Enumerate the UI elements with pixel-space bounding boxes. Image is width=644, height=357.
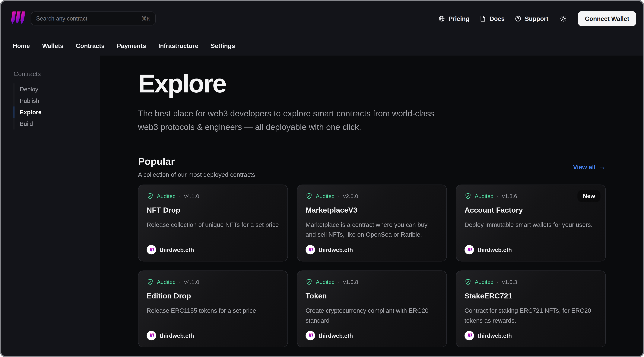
card-audit-row: Audited · v4.1.0 bbox=[146, 278, 279, 286]
header-actions: Pricing Docs bbox=[438, 1, 636, 36]
contract-card[interactable]: Audited · v4.1.0 NFT Drop Release collec… bbox=[138, 185, 288, 261]
sidebar-list: Deploy Publish Explore Build bbox=[14, 83, 100, 129]
theme-toggle-sun-icon[interactable] bbox=[558, 14, 568, 23]
card-audit-row: Audited · v2.0.0 bbox=[306, 192, 438, 200]
contract-search: ⌘K bbox=[31, 12, 156, 26]
publisher-link[interactable]: thirdweb.eth bbox=[306, 331, 353, 340]
pricing-label: Pricing bbox=[448, 15, 470, 22]
new-badge: New bbox=[578, 190, 600, 202]
contract-description: Marketplace is a contract where you can … bbox=[306, 220, 438, 239]
contract-description: Deploy immutable smart wallets for your … bbox=[464, 220, 597, 229]
page-description: The best place for web3 developers to ex… bbox=[138, 107, 455, 134]
thirdweb-logo-icon bbox=[146, 245, 156, 254]
search-input[interactable] bbox=[36, 15, 138, 22]
publisher-link[interactable]: thirdweb.eth bbox=[464, 245, 512, 254]
help-circle-icon bbox=[514, 15, 522, 22]
docs-link[interactable]: Docs bbox=[480, 15, 505, 22]
card-audit-row: Audited · v1.3.6 bbox=[464, 192, 597, 200]
meta-separator: · bbox=[497, 193, 499, 199]
shield-check-icon bbox=[146, 278, 154, 286]
screenshot-stage: ⌘K Pricing bbox=[0, 0, 644, 357]
nav-item-home[interactable]: Home bbox=[13, 42, 30, 49]
contract-card[interactable]: Audited · v1.0.3 StakeERC721 Contract fo… bbox=[456, 270, 606, 347]
sidebar: Contracts Deploy Publish Explore Build bbox=[1, 56, 100, 356]
document-icon bbox=[480, 15, 486, 22]
shield-check-icon bbox=[306, 278, 312, 286]
publisher-name: thirdweb.eth bbox=[478, 332, 512, 339]
contract-version: v2.0.0 bbox=[343, 193, 358, 199]
audited-label: Audited bbox=[157, 279, 176, 285]
publisher-name: thirdweb.eth bbox=[319, 246, 353, 253]
popular-subtitle: A collection of our most deployed contra… bbox=[138, 171, 257, 178]
contract-card[interactable]: Audited · v4.1.0 Edition Drop Release ER… bbox=[138, 270, 288, 347]
docs-label: Docs bbox=[490, 15, 504, 22]
meta-separator: · bbox=[338, 279, 340, 285]
publisher-link[interactable]: thirdweb.eth bbox=[306, 245, 353, 254]
nav-item-payments[interactable]: Payments bbox=[117, 42, 146, 49]
publisher-link[interactable]: thirdweb.eth bbox=[146, 245, 194, 254]
publisher-name: thirdweb.eth bbox=[319, 332, 353, 339]
sidebar-item-build[interactable]: Build bbox=[14, 118, 100, 130]
audited-label: Audited bbox=[157, 193, 176, 199]
card-audit-row: Audited · v1.0.8 bbox=[306, 278, 438, 286]
sidebar-item-publish[interactable]: Publish bbox=[14, 95, 100, 106]
nav-item-wallets[interactable]: Wallets bbox=[42, 42, 64, 49]
view-all-link[interactable]: View all → bbox=[573, 163, 606, 171]
shield-check-icon bbox=[146, 192, 154, 200]
publisher-link[interactable]: thirdweb.eth bbox=[464, 331, 512, 340]
contract-description: Create cryptocurrency compliant with ERC… bbox=[306, 306, 438, 325]
thirdweb-logo-icon bbox=[146, 331, 156, 340]
contract-title: StakeERC721 bbox=[464, 291, 597, 301]
contract-title: Token bbox=[306, 291, 438, 301]
nav-item-settings[interactable]: Settings bbox=[211, 42, 235, 49]
shield-check-icon bbox=[306, 192, 312, 200]
connect-wallet-button[interactable]: Connect Wallet bbox=[578, 11, 636, 26]
shield-check-icon bbox=[464, 192, 472, 200]
nav-item-infrastructure[interactable]: Infrastructure bbox=[158, 42, 198, 49]
contract-card[interactable]: Audited · v2.0.0 MarketplaceV3 Marketpla… bbox=[297, 185, 447, 261]
publisher-link[interactable]: thirdweb.eth bbox=[146, 331, 194, 340]
card-audit-row: Audited · v1.0.3 bbox=[464, 278, 597, 286]
contract-cards-grid: Audited · v4.1.0 NFT Drop Release collec… bbox=[138, 185, 606, 347]
thirdweb-logo-icon bbox=[464, 245, 474, 254]
header: ⌘K Pricing bbox=[1, 1, 643, 36]
thirdweb-logo-icon bbox=[464, 331, 474, 340]
thirdweb-logo-icon[interactable] bbox=[8, 10, 25, 27]
search-shortcut: ⌘K bbox=[141, 15, 150, 22]
meta-separator: · bbox=[179, 279, 181, 285]
audited-label: Audited bbox=[475, 193, 494, 199]
contract-card[interactable]: Audited · v1.3.6 Account Factory Deploy … bbox=[456, 185, 606, 261]
publisher-name: thirdweb.eth bbox=[478, 246, 512, 253]
nav-item-contracts[interactable]: Contracts bbox=[76, 42, 104, 49]
contract-description: Release collection of unique NFTs for a … bbox=[146, 220, 279, 229]
card-audit-row: Audited · v4.1.0 bbox=[146, 192, 279, 200]
sidebar-section-label: Contracts bbox=[14, 70, 100, 78]
audited-label: Audited bbox=[316, 279, 335, 285]
contract-description: Release ERC1155 tokens for a set price. bbox=[146, 306, 279, 315]
support-label: Support bbox=[525, 15, 548, 22]
contract-description: Contract for staking ERC721 NFTs, for ER… bbox=[464, 306, 597, 325]
contract-version: v4.1.0 bbox=[184, 279, 199, 285]
contract-version: v1.3.6 bbox=[502, 193, 517, 199]
shield-check-icon bbox=[464, 278, 472, 286]
pricing-link[interactable]: Pricing bbox=[438, 15, 470, 22]
audited-label: Audited bbox=[475, 279, 494, 285]
contract-title: MarketplaceV3 bbox=[306, 205, 438, 215]
contract-version: v4.1.0 bbox=[184, 193, 199, 199]
meta-separator: · bbox=[338, 193, 340, 199]
contract-title: Account Factory bbox=[464, 205, 597, 215]
contract-card[interactable]: Audited · v1.0.8 Token Create cryptocurr… bbox=[297, 270, 447, 347]
contract-title: NFT Drop bbox=[146, 205, 279, 215]
publisher-name: thirdweb.eth bbox=[160, 246, 194, 253]
popular-section-header: Popular A collection of our most deploye… bbox=[138, 156, 606, 178]
arrow-right-icon: → bbox=[599, 163, 606, 171]
support-link[interactable]: Support bbox=[514, 15, 548, 22]
app-window: ⌘K Pricing bbox=[0, 0, 644, 357]
sidebar-item-deploy[interactable]: Deploy bbox=[14, 83, 100, 95]
sidebar-item-explore[interactable]: Explore bbox=[14, 106, 100, 118]
thirdweb-logo-icon bbox=[306, 245, 315, 254]
audited-label: Audited bbox=[316, 193, 335, 199]
popular-title: Popular bbox=[138, 156, 257, 167]
contract-version: v1.0.3 bbox=[502, 279, 517, 285]
contract-title: Edition Drop bbox=[146, 291, 279, 301]
